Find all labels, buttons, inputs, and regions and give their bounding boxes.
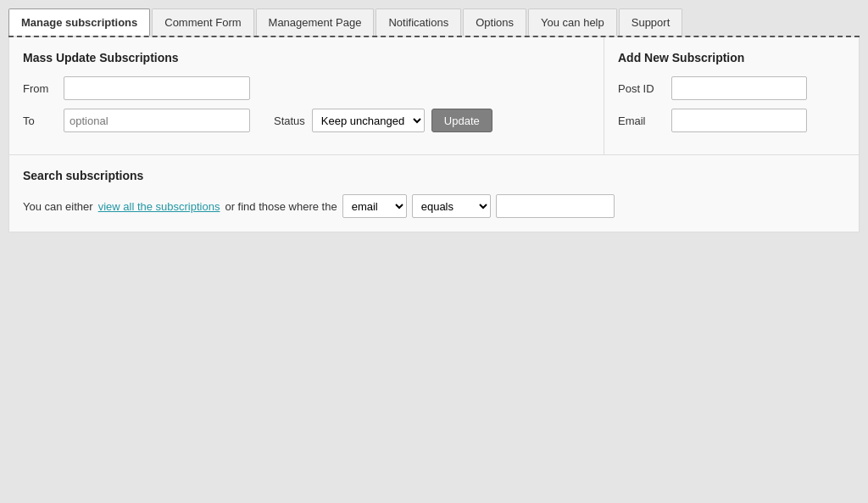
mass-update-title: Mass Update Subscriptions	[23, 51, 590, 64]
add-new-title: Add New Subscription	[618, 51, 845, 64]
email-label: Email	[618, 115, 665, 127]
condition-select[interactable]: equals contains starts with ends with	[412, 194, 491, 218]
from-input[interactable]	[64, 76, 250, 100]
postid-row: Post ID	[618, 76, 845, 100]
email-input[interactable]	[671, 109, 807, 132]
search-value-input[interactable]	[496, 194, 615, 218]
postid-input[interactable]	[671, 76, 807, 100]
from-label: From	[23, 82, 57, 95]
search-section: Search subscriptions You can either view…	[9, 155, 859, 232]
add-new-panel: Add New Subscription Post ID Email	[604, 37, 859, 154]
content-area: Mass Update Subscriptions From To Status…	[8, 37, 860, 232]
status-label: Status	[274, 115, 305, 127]
postid-label: Post ID	[618, 82, 665, 95]
tab-comment-form[interactable]: Comment Form	[152, 8, 253, 36]
status-select[interactable]: Keep unchanged Subscribed Unsubscribed P…	[312, 109, 425, 132]
email-row: Email	[618, 109, 845, 132]
search-prefix: You can either	[23, 200, 93, 213]
tab-options[interactable]: Options	[463, 8, 526, 36]
to-label: To	[23, 115, 57, 127]
view-all-link[interactable]: view all the subscriptions	[98, 200, 220, 213]
from-row: From	[23, 76, 590, 100]
search-title: Search subscriptions	[23, 169, 845, 182]
update-button[interactable]: Update	[431, 109, 492, 132]
to-input[interactable]	[64, 109, 250, 132]
mass-update-panel: Mass Update Subscriptions From To Status…	[9, 37, 604, 154]
search-middle: or find those where the	[225, 200, 337, 213]
tab-support[interactable]: Support	[619, 8, 683, 36]
tab-you-can-help[interactable]: You can help	[528, 8, 617, 36]
search-row: You can either view all the subscription…	[23, 194, 845, 218]
page-wrapper: Manage subscriptions Comment Form Manage…	[0, 0, 868, 241]
tab-management-page[interactable]: Management Page	[256, 8, 375, 36]
field-select[interactable]: email name post_id status	[342, 194, 407, 218]
to-row: To Status Keep unchanged Subscribed Unsu…	[23, 109, 590, 132]
main-split: Mass Update Subscriptions From To Status…	[9, 37, 859, 154]
tabs-bar: Manage subscriptions Comment Form Manage…	[8, 8, 860, 37]
tab-manage-subscriptions[interactable]: Manage subscriptions	[8, 8, 150, 36]
tab-notifications[interactable]: Notifications	[376, 8, 461, 36]
